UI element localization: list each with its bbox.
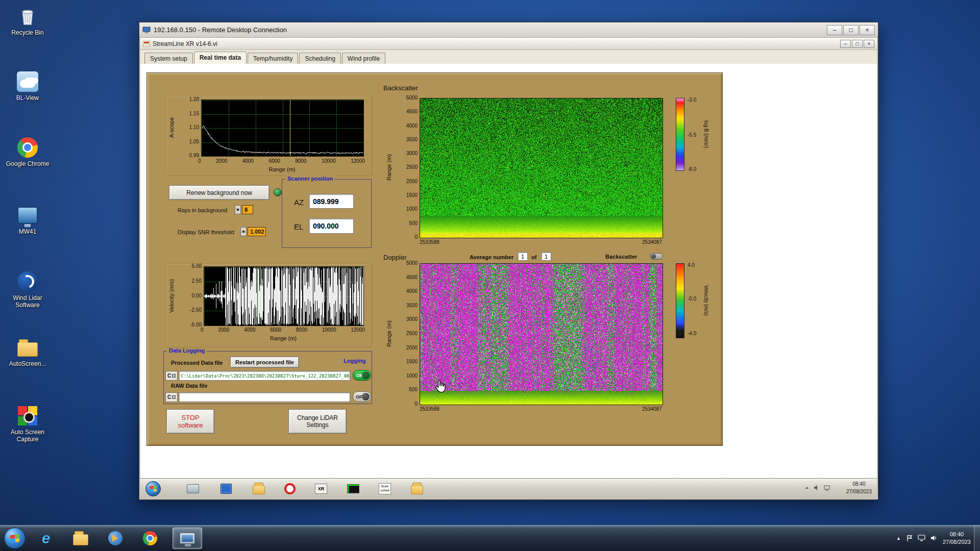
rdp-minimize-button[interactable]: – [827,25,842,35]
backscatter-heatmap[interactable] [420,98,663,238]
desktop-icon-auto-screen-capture[interactable]: Auto Screen Capture [4,405,51,443]
tab-real-time-data[interactable]: Real time data [194,52,247,64]
az-value-field[interactable]: 089.999 [309,194,354,209]
raw-data-file-path[interactable] [179,392,350,402]
tab-wind-profile[interactable]: Wind profile [342,53,385,64]
windows-flag-icon [150,485,157,492]
action-center-flag-icon[interactable] [906,535,913,542]
tab-system-setup[interactable]: System setup [144,53,193,64]
remote-taskbar-app-grid-icon[interactable] [218,481,234,496]
remote-taskbar-scan-sched-icon[interactable]: Scansched [377,481,393,496]
ascope-y-axis-label: A-scope [168,99,175,156]
rays-spinner[interactable] [235,205,241,214]
taskbar-media-player-button[interactable] [103,528,128,549]
remote-start-button[interactable] [145,481,161,496]
doppler-heatmap[interactable] [420,263,663,405]
velocity-plot-widget: Velocity (m/s) 5.002.500.00-2.50-5.00 02… [166,263,372,347]
stop-software-button[interactable]: STOP software [166,409,214,434]
renew-background-button[interactable]: Renew background now [169,185,270,200]
snr-spinner[interactable] [240,227,247,236]
remote-tray-volume-icon[interactable] [814,485,820,491]
app-titlebar[interactable]: StreamLine XR v14-6.vi – □ × [140,38,877,50]
raw-drive-selector[interactable]: C [165,392,178,402]
processed-data-file-label: Processed Data file [171,360,223,366]
taskbar-explorer-button[interactable] [68,528,93,549]
taskbar-clock[interactable]: 08:40 27/08/2023 [943,531,971,546]
remote-taskbar-folder-icon[interactable] [409,481,425,496]
browse-icon [172,395,176,399]
ascope-plot[interactable] [201,99,364,157]
rays-in-background-label: Rays in background [178,207,227,213]
recycle-bin-icon [16,5,39,28]
backscatter-colorbar-label: log B (/m/sr) [703,98,709,171]
raw-data-file-label: RAW Data file [171,383,208,389]
ascope-plot-widget: A-scope 1.201.151.101.050.99 02000400060… [166,96,372,176]
rdp-maximize-button[interactable]: □ [843,25,859,35]
data-logging-group: Data Logging Processed Data file Restart… [163,351,372,404]
restart-processed-file-button[interactable]: Restart processed file [230,357,299,368]
el-label: EL [294,222,303,231]
app-restore-button[interactable]: □ [852,40,863,48]
rdp-titlebar[interactable]: 192.168.0.150 - Remote Desktop Connectio… [139,22,878,38]
remote-clock[interactable]: 08:40 27/08/2023 [846,480,872,495]
desktop-icon-mw41[interactable]: MW41 [4,204,51,235]
auto-screen-capture-icon [16,405,39,427]
ascope-y-ticks: 1.201.151.101.050.99 [181,97,199,158]
taskbar-rdp-button-active[interactable] [173,528,202,549]
renew-led-indicator [274,188,282,196]
processed-data-file-path[interactable]: C:\Lidar\Data\Proc\2023\202308\20230827\… [179,371,350,381]
desktop-icon-autoscreen-folder[interactable]: AutoScreen... [4,336,51,367]
processed-logging-toggle[interactable]: ON [353,370,371,381]
taskbar-ie-button[interactable]: e [34,528,58,549]
start-button[interactable] [4,528,26,549]
remote-tray-expand-icon[interactable] [804,485,810,490]
processed-drive-selector[interactable]: C [165,371,178,381]
tray-expand-icon[interactable]: ▲ [896,536,901,541]
remote-tray-network-icon[interactable] [824,485,830,491]
backscatter-y-ticks: 5000450040003500300025002000150010005000 [396,95,418,240]
remote-taskbar-terminal-icon[interactable] [345,481,361,496]
snr-value-field[interactable]: 1.002 [248,227,266,236]
backscatter-y-axis-label: Range (m) [386,98,392,237]
desktop-icon-recycle-bin[interactable]: Recycle Bin [4,5,51,36]
doppler-colorbar [676,263,684,338]
folder-icon [73,534,88,545]
desktop-icon-google-chrome[interactable]: Google Chrome [4,136,51,167]
app-titlebar-icon [143,41,150,47]
raw-logging-toggle[interactable]: OFF [353,391,371,402]
scanner-position-title: Scanner position [285,176,335,182]
rdp-close-button[interactable]: × [860,25,875,35]
remote-taskbar-power-icon[interactable] [282,481,298,496]
desktop-icon-label: Google Chrome [4,160,51,167]
change-lidar-settings-button[interactable]: Change LiDAR Settings [288,409,347,434]
el-value-field[interactable]: 090.000 [309,218,354,234]
remote-taskbar-xr-app-icon[interactable]: XR [313,481,329,496]
remote-taskbar-device-icon[interactable] [185,481,201,496]
volume-icon[interactable] [930,535,938,541]
show-desktop-button[interactable] [974,525,980,551]
doppler-colorbar-ticks: 4.0 -0.0 -4.0 [687,263,704,338]
display-icon[interactable] [918,535,925,541]
doppler-x-start: 2533588 [420,406,439,412]
velocity-x-axis-label: Range (m) [204,335,363,341]
tab-scheduling[interactable]: Scheduling [299,53,340,64]
data-logging-title: Data Logging [167,347,207,354]
rdp-window-title: 192.168.0.150 - Remote Desktop Connectio… [154,26,826,34]
desktop-icon-bl-view[interactable]: BL-View [4,70,51,102]
rays-value-field[interactable]: 8 [242,205,253,214]
velocity-plot[interactable] [204,266,364,326]
of-count-field[interactable]: 1 [541,252,551,261]
app-minimize-button[interactable]: – [840,40,851,48]
average-number-field[interactable]: 1 [518,252,528,261]
app-close-button[interactable]: × [864,40,874,48]
wind-lidar-icon [16,270,39,293]
ascope-x-axis-label: Range (m) [201,166,363,172]
windows-taskbar: e ▲ 08:40 27/08/2023 [0,525,980,551]
tab-temp-humidity[interactable]: Temp/humidity [248,53,298,64]
backscatter-toggle[interactable] [650,253,663,260]
az-label: AZ [294,198,304,207]
desktop-icon-wind-lidar[interactable]: Wind Lidar Software [4,270,51,309]
remote-taskbar-shared-folder-icon[interactable] [251,481,267,496]
doppler-y-axis-label: Range (m) [386,263,392,404]
taskbar-chrome-button[interactable] [138,528,162,549]
